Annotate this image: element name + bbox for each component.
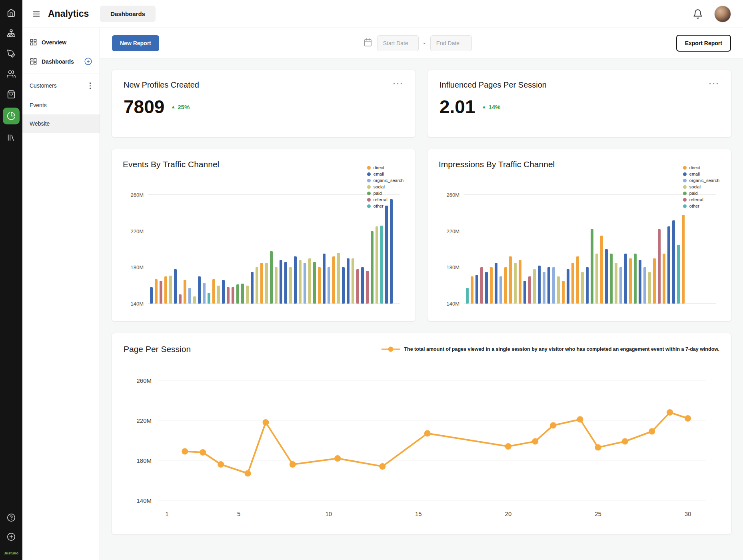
- start-date-input[interactable]: [377, 35, 419, 51]
- people-icon[interactable]: [6, 69, 16, 79]
- bar[interactable]: [519, 260, 521, 304]
- bar[interactable]: [294, 256, 297, 304]
- sidebar-item-overview[interactable]: Overview: [22, 33, 100, 52]
- data-point[interactable]: 13: 174M: [379, 463, 385, 470]
- bar[interactable]: [667, 226, 670, 304]
- bar[interactable]: [232, 287, 234, 304]
- bar[interactable]: [514, 263, 517, 304]
- bar[interactable]: [313, 262, 316, 304]
- bar[interactable]: [610, 254, 613, 304]
- user-avatar[interactable]: [714, 6, 731, 22]
- bar[interactable]: [380, 226, 383, 304]
- bar[interactable]: [677, 245, 680, 304]
- sidebar-item-website[interactable]: Website: [22, 114, 100, 133]
- bar[interactable]: [629, 258, 632, 304]
- bar[interactable]: [227, 287, 230, 304]
- bar[interactable]: [356, 269, 359, 304]
- bar[interactable]: [217, 286, 220, 304]
- notifications-bell-icon[interactable]: [693, 9, 703, 19]
- bar[interactable]: [179, 294, 182, 304]
- bar[interactable]: [562, 281, 565, 304]
- bar[interactable]: [332, 256, 335, 304]
- data-point[interactable]: 25: 193M: [595, 444, 601, 451]
- bar[interactable]: [533, 269, 536, 304]
- bar[interactable]: [184, 280, 186, 304]
- bar[interactable]: [198, 276, 201, 304]
- bar[interactable]: [615, 263, 617, 304]
- brush-icon[interactable]: [6, 49, 16, 58]
- bar[interactable]: [504, 267, 507, 304]
- bar[interactable]: [241, 284, 244, 304]
- bar[interactable]: [188, 288, 191, 304]
- bar[interactable]: [385, 206, 388, 304]
- bar[interactable]: [236, 284, 239, 304]
- bar[interactable]: [222, 280, 225, 304]
- bar[interactable]: [571, 263, 574, 304]
- bar[interactable]: [523, 281, 526, 304]
- bar[interactable]: [193, 296, 196, 304]
- bar[interactable]: [495, 263, 497, 304]
- bar[interactable]: [203, 283, 206, 304]
- more-options-icon[interactable]: ⋯: [392, 80, 403, 86]
- bar[interactable]: [289, 267, 292, 304]
- bar[interactable]: [576, 256, 579, 304]
- end-date-input[interactable]: [430, 35, 472, 51]
- bar[interactable]: [308, 258, 311, 304]
- data-point[interactable]: 26.5: 199M: [622, 438, 628, 445]
- bar[interactable]: [682, 215, 685, 304]
- data-point[interactable]: 2: 189M: [182, 448, 188, 455]
- bar[interactable]: [466, 288, 469, 304]
- bar[interactable]: [270, 251, 273, 304]
- bar[interactable]: [591, 229, 593, 304]
- data-point[interactable]: 3: 188M: [200, 449, 206, 456]
- bar[interactable]: [538, 266, 541, 304]
- bar[interactable]: [643, 267, 646, 304]
- bar[interactable]: [155, 279, 158, 304]
- bar[interactable]: [600, 236, 603, 304]
- data-point[interactable]: 4: 176M: [218, 461, 224, 468]
- bar[interactable]: [480, 267, 483, 304]
- bar[interactable]: [375, 226, 378, 304]
- bar[interactable]: [586, 267, 589, 304]
- add-icon[interactable]: [6, 532, 16, 542]
- sidebar-item-customers[interactable]: Customers: [22, 76, 100, 96]
- export-report-button[interactable]: Export Report: [676, 35, 731, 52]
- bar[interactable]: [260, 263, 263, 304]
- data-point[interactable]: 21.5: 199M: [532, 438, 538, 445]
- bar[interactable]: [499, 276, 502, 304]
- bar[interactable]: [567, 269, 569, 304]
- bar[interactable]: [471, 276, 473, 304]
- bar[interactable]: [347, 258, 350, 304]
- bar[interactable]: [337, 253, 340, 304]
- bar[interactable]: [342, 267, 345, 304]
- bar[interactable]: [212, 279, 215, 304]
- data-point[interactable]: 5.5: 167M: [245, 470, 251, 477]
- bar[interactable]: [509, 256, 512, 304]
- bar[interactable]: [624, 254, 627, 304]
- data-point[interactable]: 24: 221M: [577, 416, 583, 423]
- bar[interactable]: [528, 276, 531, 304]
- bar[interactable]: [256, 267, 258, 304]
- bar[interactable]: [160, 281, 162, 304]
- bar[interactable]: [557, 276, 560, 304]
- bar[interactable]: [284, 262, 287, 304]
- bar[interactable]: [352, 258, 354, 304]
- bar[interactable]: [164, 276, 167, 304]
- bar[interactable]: [619, 267, 622, 304]
- calendar-icon[interactable]: [364, 38, 372, 48]
- sitemap-icon[interactable]: [6, 28, 16, 38]
- bar[interactable]: [371, 231, 373, 304]
- sidebar-item-dashboards[interactable]: Dashboards: [22, 52, 100, 71]
- bar[interactable]: [275, 267, 278, 304]
- bar[interactable]: [318, 267, 321, 304]
- bar[interactable]: [323, 254, 326, 304]
- library-icon[interactable]: [6, 133, 16, 142]
- bar[interactable]: [304, 263, 306, 304]
- data-point[interactable]: 10.5: 182M: [334, 455, 341, 462]
- sidebar-item-events[interactable]: Events: [22, 96, 100, 114]
- bar[interactable]: [174, 269, 177, 304]
- bar[interactable]: [280, 260, 282, 304]
- hamburger-menu-icon[interactable]: [31, 9, 42, 19]
- new-report-button[interactable]: New Report: [112, 35, 159, 51]
- data-point[interactable]: 22.5: 215M: [550, 422, 556, 429]
